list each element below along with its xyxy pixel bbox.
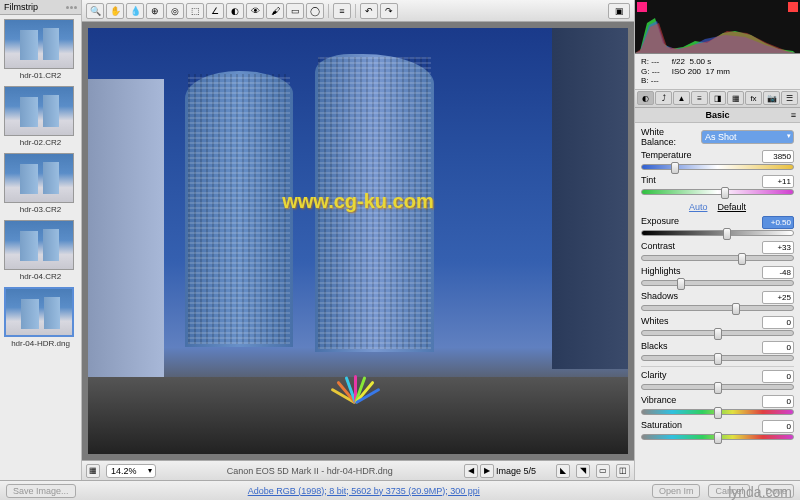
image-canvas[interactable]: www.cg-ku.com (88, 28, 628, 454)
focal-value: 17 mm (705, 67, 729, 76)
highlights-value[interactable]: -48 (762, 266, 794, 279)
whites-label: Whites (641, 316, 669, 329)
open-image-button[interactable]: Open Im (652, 484, 701, 498)
contrast-slider[interactable] (641, 255, 794, 261)
white-balance-select[interactable]: As Shot (701, 130, 794, 144)
tab-lens[interactable]: ▦ (727, 91, 744, 105)
thumb-label: hdr-04-HDR.dng (4, 339, 77, 348)
main-area: 🔍 ✋ 💧 ⊕ ◎ ⬚ ∠ ◐ 👁 🖌 ▭ ◯ ≡ ↶ ↷ ▣ (82, 0, 634, 480)
thumb-label: hdr-03.CR2 (4, 205, 77, 214)
histogram[interactable] (635, 0, 800, 54)
panel-title: Basic (635, 108, 800, 123)
r-value: --- (651, 57, 659, 66)
tab-curve[interactable]: ⤴ (655, 91, 672, 105)
filmstrip-thumb[interactable]: hdr-01.CR2 (4, 19, 77, 80)
shadow-clip-button[interactable]: ◣ (556, 464, 570, 478)
adjustment-brush-tool[interactable]: 🖌 (266, 3, 284, 19)
filmstrip-thumb[interactable]: hdr-03.CR2 (4, 153, 77, 214)
zoom-tool[interactable]: 🔍 (86, 3, 104, 19)
default-button[interactable]: Default (717, 202, 746, 212)
tint-value[interactable]: +11 (762, 175, 794, 188)
clarity-slider[interactable] (641, 384, 794, 390)
highlights-slider[interactable] (641, 280, 794, 286)
auto-button[interactable]: Auto (689, 202, 708, 212)
filmstrip-menu-icon[interactable] (66, 6, 77, 9)
rgb-readout: R: --- G: --- B: --- f/22 5.00 s ISO 200… (635, 54, 800, 90)
save-image-button[interactable]: Save Image... (6, 484, 76, 498)
exposure-label: Exposure (641, 216, 679, 229)
blacks-slider[interactable] (641, 355, 794, 361)
thumb-image (4, 86, 74, 136)
prev-image-button[interactable]: ◀ (464, 464, 478, 478)
thumb-label: hdr-04.CR2 (4, 272, 77, 281)
mark-for-delete-button[interactable]: ▣ (608, 3, 630, 19)
tab-camera[interactable]: 📷 (763, 91, 780, 105)
tab-detail[interactable]: ▲ (673, 91, 690, 105)
redeye-tool[interactable]: 👁 (246, 3, 264, 19)
tab-presets[interactable]: ☰ (781, 91, 798, 105)
cancel-button[interactable]: Cancel (708, 484, 750, 498)
before-after-button[interactable]: ◫ (616, 464, 630, 478)
straighten-tool[interactable]: ∠ (206, 3, 224, 19)
preferences-button[interactable]: ≡ (333, 3, 351, 19)
filmstrip-title: Filmstrip (4, 2, 38, 12)
exposure-value[interactable]: +0.50 (762, 216, 794, 229)
highlight-clip-button[interactable]: ◥ (576, 464, 590, 478)
adjustments-panel: R: --- G: --- B: --- f/22 5.00 s ISO 200… (634, 0, 800, 480)
whites-value[interactable]: 0 (762, 316, 794, 329)
workflow-options-link[interactable]: Adobe RGB (1998); 8 bit; 5602 by 3735 (2… (84, 486, 644, 496)
clarity-value[interactable]: 0 (762, 370, 794, 383)
filmstrip-panel: Filmstrip hdr-01.CR2hdr-02.CR2hdr-03.CR2… (0, 0, 82, 480)
tint-slider[interactable] (641, 189, 794, 195)
exposure-slider[interactable] (641, 230, 794, 236)
hand-tool[interactable]: ✋ (106, 3, 124, 19)
shutter-value: 5.00 s (689, 57, 711, 66)
tint-label: Tint (641, 175, 656, 188)
contrast-value[interactable]: +33 (762, 241, 794, 254)
highlights-label: Highlights (641, 266, 681, 279)
shadows-slider[interactable] (641, 305, 794, 311)
blacks-label: Blacks (641, 341, 668, 354)
vibrance-value[interactable]: 0 (762, 395, 794, 408)
saturation-slider[interactable] (641, 434, 794, 440)
highlight-clip-warning-icon[interactable] (788, 2, 798, 12)
status-bar: ▦ 14.2% Canon EOS 5D Mark II - hdr-04-HD… (82, 460, 634, 480)
blacks-value[interactable]: 0 (762, 341, 794, 354)
whites-slider[interactable] (641, 330, 794, 336)
grid-view-button[interactable]: ▦ (86, 464, 100, 478)
next-image-button[interactable]: ▶ (480, 464, 494, 478)
vibrance-label: Vibrance (641, 395, 676, 408)
contrast-label: Contrast (641, 241, 675, 254)
rotate-ccw-button[interactable]: ↶ (360, 3, 378, 19)
white-balance-tool[interactable]: 💧 (126, 3, 144, 19)
zoom-select[interactable]: 14.2% (106, 464, 156, 478)
temperature-slider[interactable] (641, 164, 794, 170)
vibrance-slider[interactable] (641, 409, 794, 415)
tab-hsl[interactable]: ≡ (691, 91, 708, 105)
b-value: --- (651, 76, 659, 85)
spot-removal-tool[interactable]: ◐ (226, 3, 244, 19)
saturation-value[interactable]: 0 (762, 420, 794, 433)
bottom-bar: Save Image... Adobe RGB (1998); 8 bit; 5… (0, 480, 800, 500)
color-sampler-tool[interactable]: ⊕ (146, 3, 164, 19)
temperature-value[interactable]: 3850 (762, 150, 794, 163)
shadow-clip-warning-icon[interactable] (637, 2, 647, 12)
done-button[interactable]: Done (758, 484, 794, 498)
aperture-value: f/22 (672, 57, 685, 66)
filmstrip-thumb[interactable]: hdr-04-HDR.dng (4, 287, 77, 348)
filmstrip-thumb[interactable]: hdr-02.CR2 (4, 86, 77, 147)
graduated-filter-tool[interactable]: ▭ (286, 3, 304, 19)
target-adjust-tool[interactable]: ◎ (166, 3, 184, 19)
rotate-cw-button[interactable]: ↷ (380, 3, 398, 19)
thumb-image (4, 19, 74, 69)
tab-basic[interactable]: ◐ (637, 91, 654, 105)
tab-fx[interactable]: fx (745, 91, 762, 105)
shadows-value[interactable]: +25 (762, 291, 794, 304)
crop-tool[interactable]: ⬚ (186, 3, 204, 19)
preview-button[interactable]: ▭ (596, 464, 610, 478)
tab-split[interactable]: ◨ (709, 91, 726, 105)
saturation-label: Saturation (641, 420, 682, 433)
radial-filter-tool[interactable]: ◯ (306, 3, 324, 19)
thumb-label: hdr-02.CR2 (4, 138, 77, 147)
filmstrip-thumb[interactable]: hdr-04.CR2 (4, 220, 77, 281)
